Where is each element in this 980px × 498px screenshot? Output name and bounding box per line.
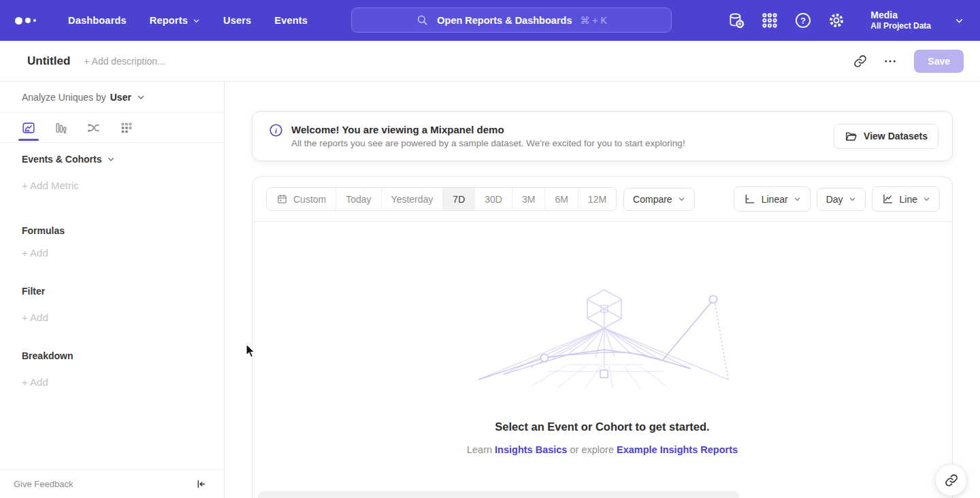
chevron-down-icon — [193, 17, 200, 24]
breakdown-title: Breakdown — [22, 350, 224, 361]
copy-link-button[interactable] — [849, 50, 872, 73]
range-6m[interactable]: 6M — [544, 188, 577, 210]
settings-gear-icon[interactable] — [828, 12, 845, 29]
report-header-actions: Save — [849, 50, 964, 73]
svg-text:i: i — [275, 127, 277, 135]
project-name: Media — [870, 10, 931, 22]
content: Analyze Uniques by User — [0, 82, 980, 498]
interval-dropdown[interactable]: Day — [817, 188, 866, 211]
tab-retention-grid[interactable] — [118, 115, 135, 141]
give-feedback-link[interactable]: Give Feedback — [14, 479, 73, 489]
chart-display-controls: Linear Day Line — [734, 186, 940, 212]
sidebar-footer: Give Feedback — [0, 469, 224, 498]
analyze-prefix: Analyze Uniques by — [22, 92, 106, 103]
chevron-down-icon[interactable] — [955, 16, 964, 25]
navbar-right: ? Media All Project Data — [728, 10, 964, 32]
logo-dot — [15, 17, 22, 24]
folder-icon — [845, 130, 858, 143]
chevron-down-icon — [923, 195, 930, 203]
horizontal-scrollbar[interactable] — [258, 491, 739, 498]
project-switcher[interactable]: Media All Project Data — [870, 10, 931, 32]
save-button[interactable]: Save — [914, 50, 964, 73]
nav-users-label: Users — [223, 15, 251, 26]
add-breakdown-button[interactable]: + Add — [22, 376, 224, 388]
formulas-title: Formulas — [22, 225, 224, 236]
range-7d[interactable]: 7D — [442, 188, 474, 210]
middle-text: or explore — [570, 444, 613, 455]
svg-text:?: ? — [800, 16, 806, 26]
nav-dashboards[interactable]: Dashboards — [68, 15, 127, 26]
project-scope: All Project Data — [870, 21, 931, 31]
more-options-button[interactable] — [879, 50, 902, 73]
range-today[interactable]: Today — [336, 188, 380, 210]
report-card: Custom Today Yesterday 7D 30D 3M 6M 12M … — [252, 176, 953, 498]
help-icon[interactable]: ? — [794, 12, 812, 29]
range-12m[interactable]: 12M — [578, 188, 616, 210]
ellipsis-icon — [883, 54, 897, 68]
view-datasets-label: View Datasets — [864, 131, 928, 142]
share-link-fab[interactable] — [935, 464, 967, 496]
compare-dropdown[interactable]: Compare — [623, 188, 695, 211]
nav-users[interactable]: Users — [223, 15, 251, 26]
scale-dropdown[interactable]: Linear — [734, 186, 811, 212]
top-navbar: Dashboards Reports Users Events Open Rep… — [0, 0, 980, 41]
search-placeholder: Open Reports & Dashboards — [437, 15, 572, 26]
banner-title: Welcome! You are viewing a Mixpanel demo — [291, 124, 685, 135]
calendar-icon — [276, 193, 288, 205]
view-datasets-button[interactable]: View Datasets — [834, 124, 938, 149]
nav-events[interactable]: Events — [274, 15, 308, 26]
banner-text: Welcome! You are viewing a Mixpanel demo… — [291, 124, 685, 148]
global-search[interactable]: Open Reports & Dashboards ⌘ + K — [351, 7, 672, 33]
range-30d[interactable]: 30D — [474, 188, 512, 210]
chart-type-dropdown[interactable]: Line — [872, 186, 940, 212]
nav-dashboards-label: Dashboards — [68, 15, 127, 26]
mixpanel-logo[interactable] — [15, 17, 46, 24]
chevron-down-icon[interactable] — [137, 93, 145, 101]
empty-state: Select an Event or Cohort to get started… — [252, 284, 952, 498]
report-header: Untitled + Add description... Save — [0, 41, 980, 82]
report-description-placeholder[interactable]: + Add description... — [84, 56, 165, 67]
line-chart-icon — [21, 120, 36, 135]
interval-label: Day — [826, 194, 843, 205]
add-filter-button[interactable]: + Add — [22, 312, 224, 323]
link-icon — [853, 54, 867, 68]
info-icon: i — [269, 123, 283, 137]
apps-grid-icon[interactable] — [761, 12, 779, 29]
events-cohorts-title: Events & Cohorts — [22, 154, 101, 165]
banner-subtitle: All the reports you see are powered by a… — [291, 138, 685, 148]
insights-basics-link[interactable]: Insights Basics — [495, 444, 567, 455]
date-range-selector: Custom Today Yesterday 7D 30D 3M 6M 12M — [266, 187, 617, 211]
range-yesterday[interactable]: Yesterday — [381, 188, 443, 210]
collapse-sidebar-icon[interactable] — [195, 478, 206, 490]
chart-type-label: Line — [900, 194, 917, 205]
report-toolbar: Custom Today Yesterday 7D 30D 3M 6M 12M … — [252, 177, 952, 222]
primary-nav: Dashboards Reports Users Events — [68, 15, 308, 26]
link-icon — [945, 474, 958, 487]
nav-reports[interactable]: Reports — [150, 15, 200, 26]
nav-events-label: Events — [274, 15, 308, 26]
compare-label: Compare — [633, 194, 672, 205]
empty-state-illustration — [466, 284, 738, 388]
line-chart-icon — [881, 193, 894, 205]
chevron-down-icon — [678, 195, 685, 203]
nav-reports-label: Reports — [150, 15, 188, 26]
report-title[interactable]: Untitled — [27, 54, 70, 68]
range-custom[interactable]: Custom — [267, 188, 336, 210]
tab-insights-line[interactable] — [20, 115, 37, 141]
add-formula-button[interactable]: + Add — [22, 247, 224, 259]
tab-flow[interactable] — [86, 115, 102, 141]
example-reports-link[interactable]: Example Insights Reports — [617, 444, 738, 455]
dots-grid-icon — [119, 120, 134, 135]
welcome-banner: i Welcome! You are viewing a Mixpanel de… — [252, 111, 953, 161]
data-management-icon[interactable] — [728, 12, 745, 29]
events-cohorts-section[interactable]: Events & Cohorts — [22, 154, 224, 165]
flow-icon — [86, 120, 101, 135]
range-3m[interactable]: 3M — [512, 188, 544, 210]
analyze-value-dropdown[interactable]: User — [110, 92, 131, 103]
add-metric-button[interactable]: + Add Metric — [22, 180, 224, 191]
range-custom-label: Custom — [293, 194, 326, 205]
tab-bar-chart[interactable] — [53, 115, 69, 141]
visualization-tabs — [0, 113, 224, 143]
linear-axis-icon — [743, 193, 756, 205]
logo-dot — [25, 18, 31, 23]
